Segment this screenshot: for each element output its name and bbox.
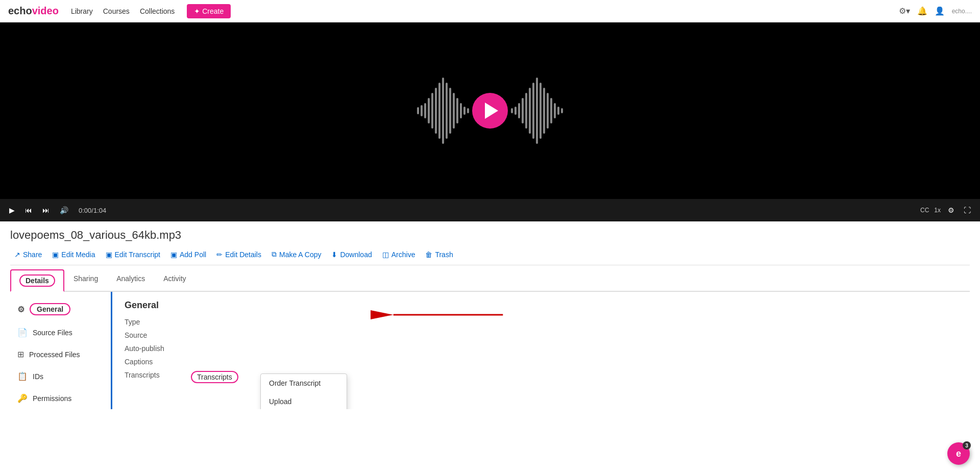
dropdown-menu: Order Transcript Upload Download Origina… [260, 373, 347, 409]
dropdown-upload[interactable]: Upload [261, 392, 347, 409]
play-button[interactable] [472, 93, 508, 129]
sidebar: ⚙ General 📄 Source Files ⊞ Processed Fil… [10, 292, 112, 409]
detail-label-captions: Captions [125, 358, 191, 366]
logo-echo: echo [8, 5, 32, 17]
wave-bar [467, 108, 469, 113]
add-poll-action[interactable]: ▣ Add Poll [166, 248, 210, 261]
detail-row-captions: Captions [125, 358, 958, 366]
sidebar-item-ids[interactable]: 📋 IDs [10, 365, 111, 387]
trash-label: Trash [435, 251, 453, 259]
sidebar-item-general[interactable]: ⚙ General [10, 297, 111, 321]
wave-bar [514, 107, 517, 115]
general-label: General [30, 303, 70, 315]
trash-icon: 🗑 [425, 251, 432, 259]
right-content: General Type Source Auto-publish Caption… [112, 292, 970, 409]
wave-bar [550, 98, 552, 123]
share-label: Share [23, 251, 42, 259]
wave-bar [460, 103, 462, 118]
sidebar-item-permissions[interactable]: 🔑 Permissions [10, 387, 111, 409]
wave-bar [449, 88, 451, 134]
edit-media-label: Edit Media [61, 251, 95, 259]
tab-analytics[interactable]: Analytics [107, 269, 154, 292]
detail-row-source: Source [125, 331, 958, 339]
share-icon: ↗ [14, 251, 20, 259]
permissions-label: Permissions [33, 394, 71, 403]
wave-bar [428, 98, 430, 123]
make-copy-icon: ⧉ [272, 250, 277, 259]
wave-bar [417, 107, 419, 114]
rewind-button[interactable]: ⏮ [23, 206, 34, 214]
volume-button[interactable]: 🔊 [58, 206, 70, 214]
video-controls: ▶ ⏮ ⏭ 🔊 0:00/1:04 CC 1x ⚙ ⛶ [0, 199, 980, 221]
ids-label: IDs [33, 372, 43, 381]
user-icon[interactable]: 👤 [935, 6, 945, 16]
archive-action[interactable]: ◫ Archive [378, 248, 420, 261]
edit-transcript-action[interactable]: ▣ Edit Transcript [102, 248, 164, 261]
wave-bar [431, 93, 433, 129]
source-files-icon: 📄 [17, 328, 28, 337]
add-poll-label: Add Poll [180, 251, 206, 259]
edit-transcript-label: Edit Transcript [115, 251, 160, 259]
wave-bar [525, 93, 527, 129]
cc-label[interactable]: CC [920, 207, 929, 214]
wave-bar [522, 98, 524, 123]
transcripts-circle-label[interactable]: Transcripts [191, 371, 238, 383]
bell-icon[interactable]: 🔔 [917, 6, 927, 16]
tab-details-label: Details [19, 274, 55, 287]
download-label: Download [340, 251, 372, 259]
wave-bar [442, 78, 444, 144]
tab-activity-label: Activity [163, 274, 186, 283]
logo[interactable]: echovideo [8, 5, 59, 17]
wave-bars-right [511, 78, 563, 144]
video-content [0, 22, 980, 199]
tab-details[interactable]: Details [10, 269, 64, 292]
settings-control-button[interactable]: ⚙ [946, 206, 957, 214]
edit-details-label: Edit Details [225, 251, 261, 259]
detail-label-type: Type [125, 318, 191, 326]
wave-bars-left [417, 78, 469, 144]
settings-icon[interactable]: ⚙▾ [899, 6, 910, 16]
wave-bar [456, 98, 458, 123]
nav-links: Library Courses Collections [71, 7, 175, 15]
top-navigation: echovideo Library Courses Collections ✦ … [0, 0, 980, 22]
create-button[interactable]: ✦ Create [187, 4, 231, 18]
nav-courses[interactable]: Courses [103, 7, 130, 15]
wave-bar [424, 103, 426, 118]
download-action[interactable]: ⬇ Download [327, 248, 376, 261]
topnav-right: ⚙▾ 🔔 👤 echo.... [899, 6, 972, 16]
wave-bar [554, 103, 556, 118]
edit-media-action[interactable]: ▣ Edit Media [48, 248, 99, 261]
play-triangle-icon [485, 103, 498, 119]
tab-sharing-label: Sharing [74, 274, 98, 283]
tab-activity[interactable]: Activity [154, 269, 195, 292]
share-action[interactable]: ↗ Share [10, 248, 46, 261]
edit-details-action[interactable]: ✏ Edit Details [212, 248, 265, 261]
wave-bar [446, 83, 448, 139]
wave-bar [540, 83, 542, 139]
wave-bar [421, 105, 423, 116]
trash-action[interactable]: 🗑 Trash [421, 248, 457, 261]
tab-sharing[interactable]: Sharing [64, 269, 107, 292]
wave-bar [435, 88, 437, 134]
play-control-button[interactable]: ▶ [7, 206, 17, 214]
fast-forward-button[interactable]: ⏭ [40, 206, 52, 214]
controls-right: CC 1x ⚙ ⛶ [920, 206, 973, 214]
nav-library[interactable]: Library [71, 7, 93, 15]
wave-bar [561, 108, 563, 113]
add-poll-icon: ▣ [170, 251, 177, 259]
fullscreen-button[interactable]: ⛶ [962, 206, 973, 214]
transcripts-value: Transcripts [191, 371, 238, 383]
wave-bar [557, 107, 559, 115]
time-display: 0:00/1:04 [79, 207, 106, 214]
sidebar-item-source-files[interactable]: 📄 Source Files [10, 321, 111, 343]
download-icon: ⬇ [331, 251, 337, 259]
speed-label[interactable]: 1x [934, 207, 941, 214]
make-copy-action[interactable]: ⧉ Make A Copy [267, 248, 326, 261]
ids-icon: 📋 [17, 371, 28, 381]
sidebar-item-processed-files[interactable]: ⊞ Processed Files [10, 343, 111, 365]
dropdown-order-transcript[interactable]: Order Transcript [261, 374, 347, 392]
processed-files-label: Processed Files [29, 351, 80, 359]
processed-files-icon: ⊞ [17, 349, 24, 359]
wave-bar [543, 88, 545, 134]
nav-collections[interactable]: Collections [140, 7, 175, 15]
